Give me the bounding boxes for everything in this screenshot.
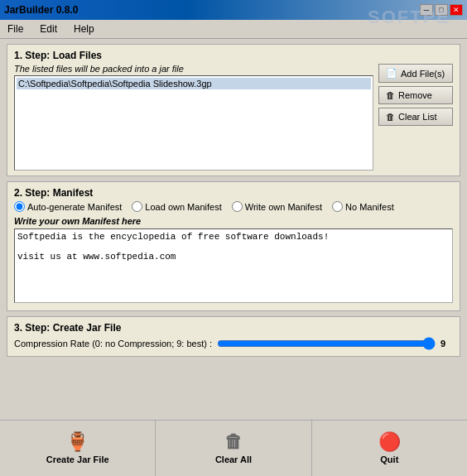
clear-all-icon: 🗑 xyxy=(224,433,243,451)
step1-content: The listed files will be packed into a j… xyxy=(14,64,453,171)
step1-buttons: 📄 Add File(s) 🗑 Remove 🗑 Clear List xyxy=(378,64,453,171)
remove-button[interactable]: 🗑 Remove xyxy=(378,86,453,104)
clear-all-label: Clear All xyxy=(215,454,252,464)
clear-all-button[interactable]: 🗑 Clear All xyxy=(156,421,311,476)
file-list[interactable]: C:\Softpedia\Softpedia\Softpedia Slidesh… xyxy=(14,75,373,171)
radio-load-own-label: Load own Manifest xyxy=(145,202,221,212)
create-jar-label: Create Jar File xyxy=(46,454,109,464)
manifest-textarea[interactable] xyxy=(14,228,453,303)
bottom-bar: 🏺 Create Jar File 🗑 Clear All 🔴 Quit xyxy=(0,420,467,476)
quit-label: Quit xyxy=(380,454,398,464)
radio-auto-generate-input[interactable] xyxy=(14,201,25,212)
compression-slider[interactable] xyxy=(217,336,436,351)
manifest-radio-group: Auto-generate Manifest Load own Manifest… xyxy=(14,201,453,212)
manifest-textarea-label: Write your own Manifest here xyxy=(14,216,453,226)
maximize-button[interactable]: □ xyxy=(435,4,448,16)
radio-write-own-label: Write own Manifest xyxy=(245,202,322,212)
radio-write-own[interactable]: Write own Manifest xyxy=(232,201,322,212)
step1-section: 1. Step: Load Files The listed files wil… xyxy=(7,44,460,176)
radio-write-own-input[interactable] xyxy=(232,201,243,212)
window-title: JarBuilder 0.8.0 xyxy=(4,4,78,16)
radio-auto-generate-label: Auto-generate Manifest xyxy=(27,202,122,212)
menu-bar: File Edit Help xyxy=(0,20,467,39)
jar-icon: 🏺 xyxy=(66,433,89,451)
compression-value: 9 xyxy=(441,339,453,349)
compression-label: Compression Rate (0: no Compression; 9: … xyxy=(14,339,212,349)
file-list-description: The listed files will be packed into a j… xyxy=(14,64,373,74)
step3-section: 3. Step: Create Jar File Compression Rat… xyxy=(7,316,460,357)
add-files-button[interactable]: 📄 Add File(s) xyxy=(378,64,453,83)
file-list-area: The listed files will be packed into a j… xyxy=(14,64,373,171)
quit-icon: 🔴 xyxy=(378,433,401,451)
step2-section: 2. Step: Manifest Auto-generate Manifest… xyxy=(7,181,460,311)
title-bar: JarBuilder 0.8.0 ─ □ ✕ xyxy=(0,0,467,20)
clear-list-icon: 🗑 xyxy=(386,112,395,122)
quit-button[interactable]: 🔴 Quit xyxy=(312,421,467,476)
compression-row: Compression Rate (0: no Compression; 9: … xyxy=(14,336,453,351)
step1-header: 1. Step: Load Files xyxy=(14,50,453,61)
radio-no-manifest-input[interactable] xyxy=(332,201,343,212)
remove-icon: 🗑 xyxy=(386,90,395,100)
menu-help[interactable]: Help xyxy=(70,22,99,36)
menu-file[interactable]: File xyxy=(3,22,27,36)
create-jar-button[interactable]: 🏺 Create Jar File xyxy=(0,421,156,476)
minimize-button[interactable]: ─ xyxy=(420,4,433,16)
menu-edit[interactable]: Edit xyxy=(36,22,61,36)
step3-header: 3. Step: Create Jar File xyxy=(14,322,453,334)
radio-no-manifest-label: No Manifest xyxy=(345,202,394,212)
add-icon: 📄 xyxy=(386,68,397,79)
title-bar-buttons: ─ □ ✕ xyxy=(420,4,463,16)
radio-no-manifest[interactable]: No Manifest xyxy=(332,201,394,212)
radio-load-own-input[interactable] xyxy=(132,201,142,212)
step2-header: 2. Step: Manifest xyxy=(14,187,453,199)
radio-auto-generate[interactable]: Auto-generate Manifest xyxy=(14,201,122,212)
close-button[interactable]: ✕ xyxy=(450,4,463,16)
clear-list-button[interactable]: 🗑 Clear List xyxy=(378,108,453,126)
file-entry: C:\Softpedia\Softpedia\Softpedia Slidesh… xyxy=(17,78,371,89)
radio-load-own[interactable]: Load own Manifest xyxy=(132,201,221,212)
